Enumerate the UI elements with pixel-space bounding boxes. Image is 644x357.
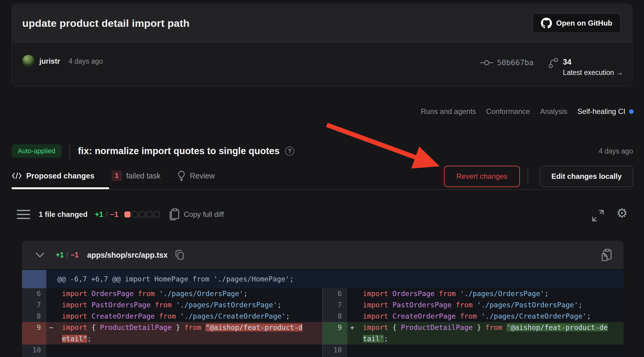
code-token: ; [286, 312, 290, 320]
code-token: from [456, 312, 481, 320]
diff-line: 7import PastOrdersPage from './pages/Pas… [323, 299, 624, 311]
code-token: './pages/PastOrdersPage' [176, 301, 277, 309]
line-number: 8 [22, 311, 46, 322]
ratio-block [139, 211, 145, 217]
code-token: ProductDetailPage [100, 323, 172, 331]
code-token: ; [384, 335, 388, 343]
expand-all-button[interactable] [592, 210, 604, 222]
latest-execution-link[interactable]: Latest execution → [563, 69, 623, 77]
tab-failed-task[interactable]: 1 failed task [112, 171, 161, 181]
stat-separator: / [66, 251, 68, 259]
code-token: import [363, 323, 392, 331]
tab-review[interactable]: Review [177, 171, 215, 181]
tab-proposed-changes[interactable]: Proposed changes [12, 171, 95, 180]
nav-tab-conformance[interactable]: Conformance [486, 107, 530, 116]
copy-path-button[interactable] [175, 250, 184, 260]
diff-pane-old: 6import OrdersPage from './pages/OrdersP… [22, 288, 322, 357]
diff-ratio-blocks [124, 211, 160, 217]
deletions-count: −1 [110, 210, 118, 219]
auto-applied-badge: Auto-applied [12, 144, 62, 158]
code-token: } [473, 323, 485, 331]
code-token: from [452, 301, 477, 309]
github-icon [541, 18, 552, 29]
nav-tab-self-healing-ci[interactable]: Self-healing CI [578, 107, 634, 116]
commit-title-section: update product detail import path Open o… [12, 4, 632, 43]
copy-icon [175, 250, 184, 260]
commit-meta-section: juristr 4 days ago 50b667ba 34 Latest ex… [12, 43, 632, 87]
expand-icon [592, 210, 604, 222]
nav-tab-analysis[interactable]: Analysis [540, 107, 567, 116]
code-token: './pages/CreateOrderPage' [481, 312, 587, 320]
stat-separator: / [106, 210, 108, 219]
fix-title: fix: normalize import quotes to single q… [78, 146, 280, 157]
commit-sha-link[interactable]: 50b667ba [480, 58, 534, 67]
code-token: import [363, 290, 392, 298]
divider [528, 168, 528, 184]
diff-line: 10 [323, 345, 624, 357]
nav-tab-label: Self-healing CI [578, 107, 625, 116]
page: update product detail import path Open o… [0, 0, 644, 357]
collapse-file-button[interactable] [36, 253, 44, 257]
commit-sha: 50b667ba [497, 58, 534, 67]
commit-meta-right: 50b667ba 34 Latest execution → [480, 57, 623, 77]
code-line [46, 345, 322, 357]
tab-review-label: Review [190, 171, 215, 180]
notification-dot [629, 109, 634, 114]
line-number: 7 [22, 299, 46, 311]
code-token: PastOrdersPage [91, 301, 151, 309]
hamburger-menu-icon[interactable] [17, 210, 31, 219]
hunk-header: @@ -6,7 +6,7 @@ import HomePage from './… [22, 270, 624, 288]
code-token: CreateOrderPage [392, 312, 456, 320]
line-number: 10 [323, 345, 347, 357]
nav-tab-runs-and-agents[interactable]: Runs and agents [421, 107, 476, 116]
additions-count: +1 [95, 210, 103, 219]
code-token: import [363, 301, 392, 309]
code-token: from [184, 323, 206, 331]
code-token: import [62, 301, 91, 309]
avatar[interactable] [22, 55, 34, 67]
file-header: +1 / −1 apps/shop/src/app.tsx [22, 241, 624, 270]
diff-line: 8import CreateOrderPage from './pages/Cr… [323, 311, 624, 322]
diff-stats: +1 / −1 [95, 210, 118, 219]
line-number: 9 [22, 322, 46, 345]
code-line: import OrdersPage from './pages/OrdersPa… [347, 288, 624, 299]
failed-count-badge: 1 [112, 171, 122, 181]
line-number: 10 [22, 345, 46, 357]
copy-full-diff-label: Copy full diff [184, 210, 224, 219]
code-token: } [172, 323, 184, 331]
copy-full-diff-button[interactable]: Copy full diff [169, 208, 224, 221]
code-line: import CreateOrderPage from './pages/Cre… [347, 311, 624, 322]
help-icon[interactable]: ? [285, 147, 294, 156]
executions-count[interactable]: 34 [563, 57, 571, 66]
diff-line: 7import PastOrdersPage from './pages/Pas… [22, 299, 322, 311]
file-diff-stats: +1 / −1 [56, 251, 79, 259]
tab-proposed-label: Proposed changes [26, 171, 95, 180]
revert-changes-button[interactable]: Revert changes [444, 166, 520, 187]
code-token: ; [243, 290, 248, 298]
settings-gear-icon[interactable]: ⚙ [616, 206, 628, 221]
diff-panes: 6import OrdersPage from './pages/OrdersP… [22, 288, 624, 357]
tabs-divider [12, 189, 633, 190]
github-button-label: Open on GitHub [556, 19, 612, 27]
code-token: from [485, 323, 506, 331]
hunk-text: @@ -6,7 +6,7 @@ import HomePage from './… [46, 270, 294, 288]
code-token: from [134, 290, 159, 298]
fix-time-ago: 4 days ago [599, 147, 633, 155]
code-token: import [62, 323, 91, 331]
code-token: ; [87, 335, 91, 343]
chevron-down-icon [36, 253, 44, 257]
diff-line: 6import OrdersPage from './pages/OrdersP… [22, 288, 322, 299]
copy-icon [169, 208, 180, 221]
line-number: 9 [323, 322, 347, 345]
author-name: juristr [39, 57, 60, 65]
diff-marker-icon: − [49, 322, 53, 333]
code-line: +import { ProductDetailPage } from '@ais… [347, 322, 624, 345]
copy-file-diff-button[interactable] [602, 249, 612, 261]
edit-changes-locally-button[interactable]: Edit changes locally [540, 166, 633, 187]
open-on-github-button[interactable]: Open on GitHub [533, 13, 621, 33]
line-number: 7 [323, 299, 347, 311]
divider [70, 143, 70, 159]
page-title: update product detail import path [22, 17, 190, 29]
code-token: { [392, 323, 401, 331]
lightbulb-icon [177, 171, 185, 181]
